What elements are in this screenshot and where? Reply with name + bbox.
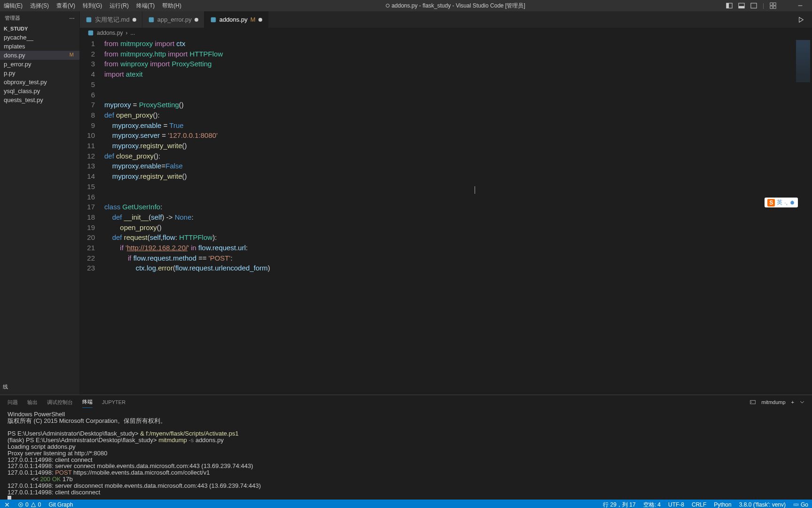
go-live[interactable]: Go xyxy=(789,501,812,508)
menu-goto[interactable]: 转到(G) xyxy=(79,2,106,10)
svg-rect-10 xyxy=(86,17,92,22)
git-graph[interactable]: Git Graph xyxy=(45,501,77,508)
file-list: pycache__mplatesdons.pyMp_error.pyp.pyob… xyxy=(0,33,79,104)
panel-tab-debug[interactable]: 调试控制台 xyxy=(47,397,73,408)
explorer-header: 管理器 ··· xyxy=(0,11,79,24)
svg-rect-8 xyxy=(773,6,776,8)
line-numbers: 1234567891011121314151617181920212223 xyxy=(80,38,104,395)
menu-view[interactable]: 查看(V) xyxy=(53,2,79,10)
code-content[interactable]: from mitmproxy import ctxfrom mitmproxy.… xyxy=(104,38,812,395)
file-item[interactable]: p.py xyxy=(0,69,79,78)
file-item[interactable]: pycache__ xyxy=(0,33,79,42)
code-editor[interactable]: 1234567891011121314151617181920212223 fr… xyxy=(80,38,812,395)
project-name[interactable]: K_STUDY xyxy=(0,24,79,33)
run-icon[interactable] xyxy=(798,16,804,23)
breadcrumb-sep: › xyxy=(125,30,127,36)
terminal-process-icon[interactable] xyxy=(750,399,756,405)
python-env[interactable]: 3.8.0 ('flask': venv) xyxy=(735,501,789,508)
breadcrumb-icon xyxy=(87,30,94,36)
file-item[interactable]: obproxy_test.py xyxy=(0,78,79,87)
menu-terminal[interactable]: 终端(T) xyxy=(133,2,158,10)
terminal-panel: 问题 输出 调试控制台 终端 JUPYTER mitmdump + Window… xyxy=(0,395,812,500)
svg-rect-5 xyxy=(770,3,773,5)
terminal-content[interactable]: Windows PowerShell版权所有 (C) 2015 Microsof… xyxy=(0,409,812,500)
file-item[interactable]: ysql_class.py xyxy=(0,87,79,95)
explorer-title: 管理器 xyxy=(5,15,20,22)
file-item[interactable]: dons.pyM xyxy=(0,51,79,60)
errors-count[interactable]: 0 0 xyxy=(14,501,45,508)
title-controls: | xyxy=(726,2,812,9)
menu-edit[interactable]: 编辑(E) xyxy=(0,2,26,10)
minimap[interactable] xyxy=(796,40,810,82)
modified-dot-icon xyxy=(386,4,390,8)
ime-badge[interactable]: S 英 ·, xyxy=(765,198,798,207)
terminal-dropdown-icon[interactable] xyxy=(800,400,804,405)
indent-spaces[interactable]: 空格: 4 xyxy=(640,501,664,508)
ime-lang: 英 xyxy=(777,198,782,206)
breadcrumb-more: ... xyxy=(130,30,135,36)
tab-actions xyxy=(798,16,812,23)
breadcrumb[interactable]: addons.py › ... xyxy=(80,28,812,38)
file-item[interactable]: mplates xyxy=(0,42,79,51)
svg-rect-6 xyxy=(773,3,776,5)
more-icon[interactable]: ··· xyxy=(69,14,75,22)
file-item[interactable]: p_error.py xyxy=(0,60,79,69)
editor-tab[interactable]: 实用笔记.md xyxy=(80,11,142,28)
cursor-position[interactable]: 行 29，列 17 xyxy=(599,501,639,508)
remote-icon[interactable] xyxy=(0,501,14,508)
statusbar: 0 0 Git Graph 行 29，列 17 空格: 4 UTF-8 CRLF… xyxy=(0,500,812,508)
layout-grid-icon[interactable] xyxy=(770,2,776,9)
svg-rect-27 xyxy=(792,200,793,202)
titlebar: 编辑(E) 选择(S) 查看(V) 转到(G) 运行(R) 终端(T) 帮助(H… xyxy=(0,0,812,11)
svg-rect-4 xyxy=(751,3,757,8)
svg-point-17 xyxy=(795,504,797,506)
breadcrumb-file: addons.py xyxy=(97,30,123,36)
editor-tab[interactable]: addons.py M xyxy=(204,11,268,28)
svg-rect-1 xyxy=(726,3,729,8)
tabs-bar: 实用笔记.mdapp_error.pyaddons.py M xyxy=(80,11,812,28)
editor-tab[interactable]: app_error.py xyxy=(142,11,204,28)
panel-tab-jupyter[interactable]: JUPYTER xyxy=(102,397,125,407)
menu-run[interactable]: 运行(R) xyxy=(106,2,133,10)
eol[interactable]: CRLF xyxy=(688,501,710,508)
outline-section[interactable]: 线 xyxy=(3,383,8,390)
svg-rect-12 xyxy=(211,17,216,22)
menu-help[interactable]: 帮助(H) xyxy=(158,2,185,10)
title-text: addons.py - flask_study - Visual Studio … xyxy=(391,2,525,10)
panel-actions: mitmdump + xyxy=(750,399,804,405)
svg-rect-3 xyxy=(739,6,744,8)
layout-bottom-icon[interactable] xyxy=(738,2,745,9)
layout-right-icon[interactable] xyxy=(750,2,757,9)
language-mode[interactable]: Python xyxy=(710,501,735,508)
panel-tab-problems[interactable]: 问题 xyxy=(8,397,18,408)
svg-marker-13 xyxy=(799,17,804,22)
text-cursor xyxy=(475,186,475,194)
main-area: 管理器 ··· K_STUDY pycache__mplatesdons.pyM… xyxy=(0,11,812,395)
panel-tab-output[interactable]: 输出 xyxy=(27,397,38,408)
menu-select[interactable]: 选择(S) xyxy=(26,2,53,10)
menu-bar: 编辑(E) 选择(S) 查看(V) 转到(G) 运行(R) 终端(T) 帮助(H… xyxy=(0,2,185,10)
window-title: addons.py - flask_study - Visual Studio … xyxy=(185,2,726,10)
svg-rect-11 xyxy=(148,17,154,22)
minimize-icon[interactable] xyxy=(797,2,804,9)
panel-tab-terminal[interactable]: 终端 xyxy=(82,397,93,408)
svg-rect-7 xyxy=(770,6,773,8)
editor-area: 实用笔记.mdapp_error.pyaddons.py M addons.py… xyxy=(80,11,812,395)
file-item[interactable]: quests_test.py xyxy=(0,95,79,104)
panel-tabs: 问题 输出 调试控制台 终端 JUPYTER mitmdump + xyxy=(0,395,812,409)
svg-rect-14 xyxy=(88,31,94,36)
explorer-sidebar: 管理器 ··· K_STUDY pycache__mplatesdons.pyM… xyxy=(0,11,80,395)
encoding[interactable]: UTF-8 xyxy=(664,501,688,508)
svg-rect-15 xyxy=(750,400,756,404)
ime-s-icon: S xyxy=(767,199,775,206)
add-terminal-icon[interactable]: + xyxy=(791,399,794,405)
layout-panel-icon[interactable] xyxy=(726,2,733,9)
terminal-label[interactable]: mitmdump xyxy=(761,399,785,405)
